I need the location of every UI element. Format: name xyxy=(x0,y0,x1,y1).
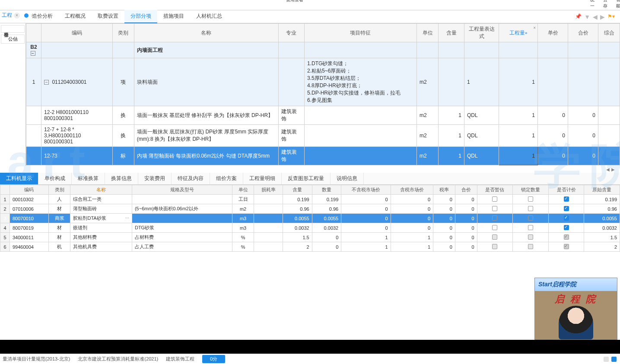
video-timeline[interactable] xyxy=(0,340,620,354)
checkbox-icon[interactable] xyxy=(564,206,569,211)
main-col-项目特征[interactable]: 项目特征 xyxy=(304,24,417,42)
side-item[interactable]: 公估 xyxy=(1,35,25,44)
main-col-rownum[interactable] xyxy=(26,24,41,42)
main-col-单价[interactable]: 单价 xyxy=(538,24,568,42)
right-icon[interactable]: ▶ xyxy=(600,13,605,20)
checkbox-icon[interactable] xyxy=(528,206,533,211)
detail-col-不含税市场价[interactable]: 不含税市场价 xyxy=(341,185,391,195)
main-col-专业[interactable]: 专业 xyxy=(278,24,304,42)
view-mode-1[interactable] xyxy=(604,357,609,362)
toolbar-费用查看[interactable]: 费用查看 xyxy=(3,0,587,10)
detail-col-含税市场价[interactable]: 含税市场价 xyxy=(391,185,433,195)
toolbar-云存档[interactable]: 云存档 xyxy=(601,0,613,10)
vertical-project-label[interactable]: 整个项目 xyxy=(1,25,25,33)
detail-row[interactable]: 480070019材嵌缝剂DTG砂浆m30.00320.003200000.00… xyxy=(0,223,620,233)
detail-col-数量[interactable]: 数量 xyxy=(312,185,341,195)
detail-tab-组价方案[interactable]: 组价方案 xyxy=(210,173,243,184)
detail-tab-工程量明细[interactable]: 工程量明细 xyxy=(243,173,282,184)
toolbar-智能组价[interactable]: 智能组价 xyxy=(614,0,620,10)
side-strip: 整个项目公估 xyxy=(0,23,26,166)
detail-col-税率[interactable]: 税率 xyxy=(433,185,455,195)
detail-tab-单价构成[interactable]: 单价构成 xyxy=(38,173,72,184)
main-col-综合[interactable]: 综合 xyxy=(598,24,620,42)
main-col-编码[interactable]: 编码 xyxy=(41,24,113,42)
main-grid[interactable]: 编码类别名称专业项目特征单位含量工程量表达式工程量⌖×单价合价综合 B2 −内墙… xyxy=(26,23,620,165)
checkbox-icon[interactable] xyxy=(492,215,497,221)
detail-tab-安装费用[interactable]: 安装费用 xyxy=(138,173,172,184)
tab-分部分项[interactable]: 分部分项 xyxy=(124,10,157,23)
down-icon[interactable]: ▼ xyxy=(584,13,590,20)
detail-col-锁定数量[interactable]: 锁定数量 xyxy=(513,185,549,195)
tab-人材机汇总[interactable]: 人材机汇总 xyxy=(190,10,228,23)
checkbox-icon[interactable] xyxy=(528,196,533,202)
detail-col-是否暂估[interactable]: 是否暂估 xyxy=(477,185,513,195)
main-col-工程量表达式[interactable]: 工程量表达式 xyxy=(464,24,499,42)
checkbox-icon[interactable] xyxy=(492,196,497,202)
chevron-right-icon[interactable]: » xyxy=(31,13,34,19)
close-col-icon[interactable]: × xyxy=(533,25,536,30)
main-col-单位[interactable]: 单位 xyxy=(417,24,439,42)
tab-取费设置[interactable]: 取费设置 xyxy=(92,10,124,23)
checkbox-icon[interactable] xyxy=(528,215,533,221)
detail-col-含量[interactable]: 含量 xyxy=(283,185,312,195)
section-code[interactable]: B2 − xyxy=(26,42,41,58)
detail-tab-特征及内容[interactable]: 特征及内容 xyxy=(172,173,210,184)
checkbox-icon[interactable] xyxy=(564,215,569,221)
collapse-icon[interactable]: − xyxy=(31,51,35,56)
toolbar-统一调价[interactable]: 统一调价 xyxy=(588,0,600,10)
detail-tab-换算信息[interactable]: 换算信息 xyxy=(105,173,138,184)
detail-col-名称[interactable]: 名称 xyxy=(70,185,132,195)
view-mode-2[interactable] xyxy=(611,357,617,362)
tab-措施项目[interactable]: 措施项目 xyxy=(157,10,190,23)
main-col-含量[interactable]: 含量 xyxy=(439,24,464,42)
pin-icon[interactable]: 📌 xyxy=(575,13,582,20)
main-col-名称[interactable]: 名称 xyxy=(134,24,278,42)
checkbox-icon[interactable] xyxy=(564,225,569,230)
checkbox-icon[interactable] xyxy=(528,225,533,230)
main-row[interactable]: 12-2 H8001000110 8001000301换墙面一般抹灰 基层处理 … xyxy=(26,106,620,125)
main-col-合价[interactable]: 合价 xyxy=(568,24,598,42)
main-col-类别[interactable]: 类别 xyxy=(112,24,134,42)
collapse-icon[interactable]: − xyxy=(44,80,49,85)
main-row[interactable]: 12-7 + 12-8 * 3,H8001000110 8001000301换墙… xyxy=(26,125,620,147)
status-item: 量清单项目计量规范(2013-北京) xyxy=(3,356,70,362)
detail-col-损耗率[interactable]: 损耗率 xyxy=(254,185,283,195)
detail-tabs: 工料机显示单价构成标准换算换算信息安装费用特征及内容组价方案工程量明细反查图形工… xyxy=(0,173,620,185)
detail-col-类别[interactable]: 类别 xyxy=(48,185,70,195)
detail-tab-标准换算[interactable]: 标准换算 xyxy=(72,173,105,184)
tab-工程概况[interactable]: 工程概况 xyxy=(59,10,92,23)
detail-row[interactable]: 100010302人综合用工一类工日0.1990.19900000.199 xyxy=(0,195,620,204)
detail-grid[interactable]: 编码类别名称规格及型号单位损耗率含量数量不含税市场价含税市场价税率合价是否暂估锁… xyxy=(0,185,620,252)
scroll-left-icon[interactable]: ◀ xyxy=(605,167,610,172)
detail-row[interactable]: 534000011材其他材料费占材料费%1.5011001.5 xyxy=(0,233,620,242)
detail-col-单位[interactable]: 单位 xyxy=(232,185,254,195)
main-row[interactable]: 12-73标内墙 薄型釉面砖 每块面积0.06m2以外 勾缝 DTA厚度5mm建… xyxy=(26,147,620,165)
detail-col-编码[interactable]: 编码 xyxy=(10,185,49,195)
checkbox-disabled-icon xyxy=(564,234,569,240)
checkbox-icon[interactable] xyxy=(492,225,497,230)
qty-edit-cell[interactable]: 1 xyxy=(499,147,538,165)
detail-row[interactable]: 380070010商浆胶粘剂DTA砂浆 ···m30.00550.0055000… xyxy=(0,214,620,223)
detail-col-rownum[interactable] xyxy=(0,185,10,195)
checkbox-icon[interactable] xyxy=(492,206,497,211)
detail-row[interactable]: 207010006材薄型釉面砖(5~6mm)每块面积0.06m2以外m20.96… xyxy=(0,204,620,214)
main-col-工程量[interactable]: 工程量⌖× xyxy=(499,24,538,42)
detail-col-原始含量[interactable]: 原始含量 xyxy=(584,185,620,195)
scroll-right-icon[interactable]: ▶ xyxy=(610,167,616,172)
flag-icon[interactable]: ⚑▾ xyxy=(607,13,615,20)
left-icon[interactable]: ◀ xyxy=(593,13,598,20)
detail-col-是否计价[interactable]: 是否计价 xyxy=(548,185,584,195)
close-icon[interactable]: × xyxy=(14,13,20,19)
h-scrollbar[interactable]: ◀ ▶ xyxy=(0,166,620,173)
main-row[interactable]: 1− 011204003001项块料墙面1.DTG砂浆勾缝；2.粘贴5~6厚面砖… xyxy=(26,58,620,106)
checkbox-disabled-icon xyxy=(492,244,497,249)
detail-tab-说明信息[interactable]: 说明信息 xyxy=(331,173,364,184)
detail-col-合价[interactable]: 合价 xyxy=(455,185,477,195)
checkbox-icon[interactable] xyxy=(564,196,569,202)
checkbox-disabled-icon xyxy=(528,244,533,249)
detail-row[interactable]: 699460004机其他机具费占人工费%2011002 xyxy=(0,242,620,252)
score-chip[interactable]: 0分 xyxy=(202,355,225,363)
detail-tab-工料机显示[interactable]: 工料机显示 xyxy=(0,173,38,184)
detail-col-规格及型号[interactable]: 规格及型号 xyxy=(132,185,232,195)
detail-tab-反查图形工程量[interactable]: 反查图形工程量 xyxy=(282,173,331,184)
